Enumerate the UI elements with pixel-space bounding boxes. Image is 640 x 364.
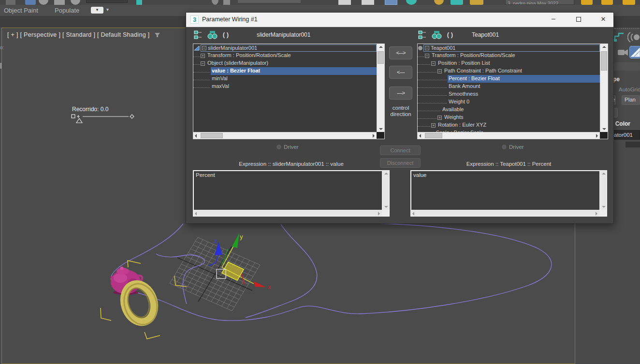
maximize-button[interactable] xyxy=(569,13,588,27)
scroll-thumb[interactable] xyxy=(378,51,384,64)
root-node-box[interactable]: −Teapot001 xyxy=(423,44,600,52)
tree-node-label[interactable]: Transform : Position/Rotation/Scale xyxy=(432,52,515,58)
toolbar-gear-icon[interactable] xyxy=(470,0,483,5)
chevron-down-icon[interactable]: ▾ xyxy=(106,7,109,12)
find-button[interactable] xyxy=(206,29,218,41)
scroll-up-arrow[interactable] xyxy=(600,171,607,177)
wire-left-button[interactable]: <---- xyxy=(389,66,412,79)
tree-node[interactable]: minVal xyxy=(193,75,377,83)
object-name-field-fragment[interactable]: ator001 xyxy=(612,130,640,140)
tree-node-text[interactable]: Transform : Position/Rotation/Scale xyxy=(431,52,600,59)
toolbar-icon[interactable] xyxy=(71,0,80,5)
scene-name-field[interactable]: 3. pedro pina Max 2022 xyxy=(505,0,574,5)
two-way-wire-button[interactable]: <---> xyxy=(389,46,412,59)
tree-node-label[interactable]: Teapot001 xyxy=(431,45,455,51)
tree-node-text[interactable]: minVal xyxy=(211,75,377,83)
tree-node-text[interactable]: Position : Position List xyxy=(437,59,600,67)
tree-node-label[interactable]: minVal xyxy=(212,75,228,81)
toolbar-icon-selected[interactable] xyxy=(385,0,397,5)
horizontal-scrollbar[interactable] xyxy=(193,132,377,139)
collapse-icon[interactable]: − xyxy=(201,61,205,66)
toolbar-icon[interactable] xyxy=(6,0,15,5)
vertical-scrollbar[interactable] xyxy=(600,44,608,132)
scroll-left-arrow[interactable] xyxy=(411,210,418,216)
color-swatch-fragment[interactable] xyxy=(625,142,640,147)
tree-node-text[interactable]: Transform : Position/Rotation/Scale xyxy=(206,52,377,59)
tree-node-label[interactable]: sliderManipulator001 xyxy=(208,45,257,51)
tree-node-text[interactable]: Path Constraint : Path Constraint xyxy=(443,67,600,75)
left-driver-option[interactable]: Driver xyxy=(276,142,299,149)
tree-node-label[interactable]: Smoothness xyxy=(449,91,478,97)
tree-node-text[interactable]: Rotation : Euler XYZ xyxy=(437,121,600,129)
tree-node[interactable]: −sliderManipulator001 xyxy=(193,44,377,52)
scroll-thumb[interactable] xyxy=(201,133,223,138)
tree-node-label[interactable]: Object (sliderManipulator) xyxy=(207,60,268,66)
tree-node[interactable]: +Weights xyxy=(418,114,600,121)
tree-node[interactable]: maxVal xyxy=(193,83,377,90)
collapse-icon[interactable]: − xyxy=(437,69,442,73)
scroll-down-arrow[interactable] xyxy=(600,125,608,132)
tree-node[interactable]: +Rotation : Euler XYZ xyxy=(418,121,600,129)
toolbar-icon-selected[interactable] xyxy=(25,0,36,5)
horizontal-scrollbar[interactable] xyxy=(411,210,599,216)
scroll-right-arrow[interactable] xyxy=(375,210,382,216)
scroll-up-arrow[interactable] xyxy=(377,44,384,51)
toolbar-icon[interactable] xyxy=(54,0,65,5)
tree-node[interactable]: Weight 0 xyxy=(418,98,600,106)
scroll-up-arrow[interactable] xyxy=(600,44,608,51)
tree-node[interactable]: −Teapot001 xyxy=(418,44,600,52)
scroll-left-arrow[interactable] xyxy=(193,132,200,139)
tree-node-label[interactable]: value : Bezier Float xyxy=(212,68,260,73)
tree-node[interactable]: Bank Amount xyxy=(418,83,600,90)
toolbar-icon[interactable] xyxy=(338,0,351,5)
scroll-right-arrow[interactable] xyxy=(370,132,377,139)
expression-input[interactable]: value xyxy=(411,171,599,210)
scroll-left-arrow[interactable] xyxy=(418,132,424,139)
tree-node[interactable]: −Object (sliderManipulator) xyxy=(193,59,377,67)
tree-node[interactable]: −Path Constraint : Path Constraint xyxy=(418,67,600,75)
tree-node-text[interactable]: Bank Amount xyxy=(448,83,600,90)
tree-node[interactable]: Percent : Bezier Float xyxy=(418,75,600,83)
tree-node-selected[interactable]: value : Bezier Float xyxy=(211,67,377,75)
tree-node-text[interactable]: Object (sliderManipulator) xyxy=(206,59,377,67)
root-node-box[interactable]: −sliderManipulator001 xyxy=(201,44,377,52)
dialog-titlebar[interactable]: 3 Parameter Wiring #1 – ✕ xyxy=(186,13,613,27)
tree-node-text[interactable]: Available xyxy=(441,106,600,114)
tree-node[interactable]: Smoothness xyxy=(418,90,600,98)
toolbar-icon[interactable] xyxy=(223,0,230,5)
tree-node-label[interactable]: Transform : Position/Rotation/Scale xyxy=(207,52,291,58)
tree-node-text[interactable]: Weights xyxy=(443,114,600,121)
expand-icon[interactable]: + xyxy=(431,123,436,128)
expression-braces-icon[interactable]: ( ) xyxy=(220,29,232,41)
wire-right-button[interactable]: ----> xyxy=(389,87,412,100)
helpers-tab-selected[interactable] xyxy=(629,46,640,58)
radio-icon[interactable] xyxy=(501,144,507,150)
scroll-thumb[interactable] xyxy=(425,133,442,138)
tree-node[interactable]: −Position : Position List xyxy=(418,59,600,67)
tree-node-label[interactable]: Available xyxy=(442,106,464,112)
torus-object[interactable] xyxy=(119,279,162,329)
toolbar-yellow-icon[interactable] xyxy=(623,0,635,5)
find-button[interactable] xyxy=(431,29,442,41)
toolbar-slider[interactable] xyxy=(86,0,128,3)
tree-node-label[interactable]: Bank Amount xyxy=(449,83,480,89)
tree-node-label[interactable]: Weights xyxy=(444,114,464,120)
slider-manipulator-widget[interactable]: Recorrido: 0.0 xyxy=(72,106,134,123)
tree-node-selected[interactable]: Percent : Bezier Float xyxy=(448,75,600,83)
tree-node-label[interactable]: Percent : Bezier Float xyxy=(449,75,500,81)
scroll-down-arrow[interactable] xyxy=(377,125,384,132)
tree-node-label[interactable]: Rotation : Euler XYZ xyxy=(438,122,486,128)
gizmo-y-arrow[interactable] xyxy=(232,233,239,248)
show-all-tracks-button[interactable] xyxy=(193,29,204,41)
right-driver-option[interactable]: Driver xyxy=(501,142,524,149)
toolbar-icon[interactable] xyxy=(212,0,218,5)
move-gizmo[interactable]: x y z xyxy=(208,233,271,291)
scroll-up-arrow[interactable] xyxy=(382,171,389,177)
show-all-tracks-button[interactable] xyxy=(417,29,429,41)
scroll-thumb[interactable] xyxy=(601,51,607,71)
toolbar-yellow-icon[interactable] xyxy=(601,0,613,5)
ribbon-minimize-icon[interactable]: ▾ xyxy=(91,7,103,14)
viewport-label-text[interactable]: [ + ] [ Perspective ] [ Standard ] [ Def… xyxy=(7,31,149,38)
tree-node-label[interactable]: Weight 0 xyxy=(449,99,469,104)
connect-button[interactable]: Connect xyxy=(380,146,421,155)
